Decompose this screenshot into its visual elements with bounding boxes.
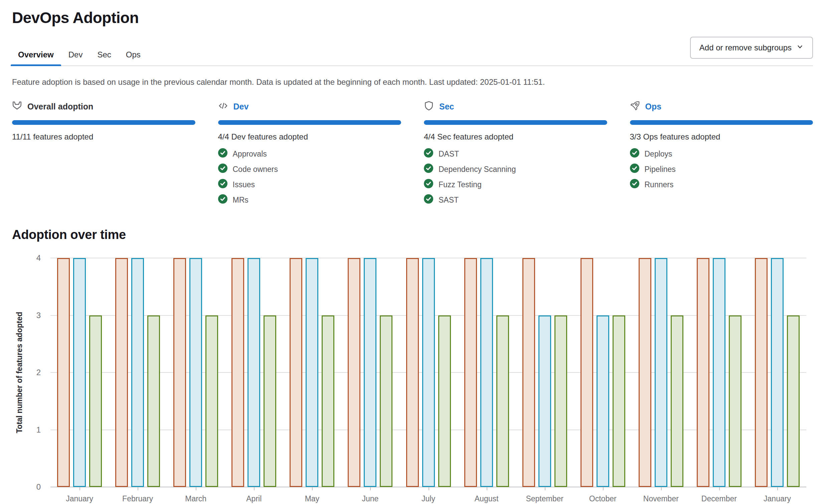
- sec-bar[interactable]: [73, 258, 86, 487]
- dev-bar[interactable]: [755, 258, 767, 487]
- ops-bar[interactable]: [322, 315, 334, 487]
- progress-bar-fill: [218, 120, 401, 125]
- sec-bar[interactable]: [771, 258, 783, 487]
- check-circle-icon: [218, 194, 227, 205]
- x-tick-label: August: [475, 494, 499, 503]
- ops-bar[interactable]: [729, 315, 742, 487]
- tab-overview[interactable]: Overview: [11, 44, 61, 65]
- dev-bar[interactable]: [406, 258, 419, 487]
- ops-bar[interactable]: [147, 315, 160, 487]
- x-tick-mark: [79, 487, 80, 490]
- bar-group-august-7: [458, 258, 516, 487]
- feature-label: Code owners: [233, 165, 278, 174]
- sec-bar[interactable]: [422, 258, 435, 487]
- progress-bar: [218, 120, 401, 125]
- feature-item: Code owners: [218, 164, 401, 175]
- ops-bar[interactable]: [206, 315, 218, 487]
- sec-bar[interactable]: [480, 258, 493, 487]
- dev-bar[interactable]: [581, 258, 593, 487]
- dev-bar[interactable]: [348, 258, 360, 487]
- sec-bar[interactable]: [538, 315, 551, 487]
- dev-bar[interactable]: [464, 258, 477, 487]
- y-tick-label: 1: [12, 425, 41, 435]
- bar-group-may-4: [283, 258, 341, 487]
- sec-bar[interactable]: [131, 258, 144, 487]
- x-axis-slot: February: [108, 487, 167, 503]
- sec-bar[interactable]: [364, 258, 376, 487]
- adoption-card-overall-adoption: Overall adoption11/11 features adopted: [12, 101, 196, 205]
- x-tick-label: March: [185, 494, 206, 503]
- bar-groups: [51, 258, 806, 487]
- x-axis: JanuaryFebruaryMarchAprilMayJuneJulyAugu…: [51, 487, 806, 503]
- progress-bar-fill: [630, 120, 813, 125]
- tab-ops[interactable]: Ops: [119, 44, 148, 65]
- x-tick-label: October: [589, 494, 617, 503]
- feature-item: DAST: [424, 148, 607, 160]
- feature-label: Pipelines: [645, 165, 676, 174]
- x-tick-mark: [777, 487, 778, 490]
- check-circle-icon: [424, 194, 433, 205]
- x-tick-mark: [312, 487, 313, 490]
- dev-bar[interactable]: [522, 258, 535, 487]
- card-title[interactable]: Ops: [645, 102, 662, 111]
- tab-dev[interactable]: Dev: [61, 44, 90, 65]
- description-text: Feature adoption is based on usage in th…: [12, 77, 813, 87]
- x-axis-slot: June: [341, 487, 399, 503]
- add-or-remove-subgroups-label: Add or remove subgroups: [699, 43, 792, 53]
- x-axis-slot: January: [51, 487, 108, 503]
- feature-item: Approvals: [218, 148, 401, 160]
- feature-label: Issues: [233, 180, 255, 189]
- feature-label: Approvals: [233, 150, 267, 159]
- feature-item: Issues: [218, 179, 401, 190]
- x-axis-slot: April: [225, 487, 283, 503]
- x-axis-slot: January: [748, 487, 806, 503]
- feature-label: MRs: [233, 195, 248, 204]
- card-subtitle: 4/4 Dev features adopted: [218, 132, 401, 142]
- sec-bar[interactable]: [190, 258, 202, 487]
- x-tick-mark: [603, 487, 604, 490]
- x-axis-slot: November: [632, 487, 690, 503]
- x-tick-mark: [196, 487, 197, 490]
- ops-bar[interactable]: [89, 315, 102, 487]
- code-icon: [218, 101, 228, 112]
- card-title[interactable]: Dev: [233, 102, 249, 111]
- rocket-icon: [630, 101, 640, 112]
- sec-bar[interactable]: [597, 315, 609, 487]
- chart-section-title: Adoption over time: [12, 228, 813, 242]
- card-title[interactable]: Sec: [439, 102, 454, 111]
- bar-group-january-12: [748, 258, 806, 487]
- adoption-cards: Overall adoption11/11 features adoptedDe…: [12, 101, 813, 205]
- ops-bar[interactable]: [613, 315, 625, 487]
- ops-bar[interactable]: [264, 315, 276, 487]
- ops-bar[interactable]: [496, 315, 509, 487]
- add-or-remove-subgroups-button[interactable]: Add or remove subgroups: [690, 37, 813, 59]
- tab-sec[interactable]: Sec: [90, 44, 118, 65]
- x-tick-label: April: [246, 494, 261, 503]
- ops-bar[interactable]: [671, 315, 683, 487]
- ops-bar[interactable]: [554, 315, 567, 487]
- dev-bar[interactable]: [115, 258, 128, 487]
- feature-list: DASTDependency ScanningFuzz TestingSAST: [424, 148, 607, 205]
- ops-bar[interactable]: [380, 315, 392, 487]
- dev-bar[interactable]: [57, 258, 70, 487]
- feature-item: Fuzz Testing: [424, 179, 607, 190]
- dev-bar[interactable]: [639, 258, 651, 487]
- bar-group-july-6: [399, 258, 457, 487]
- ops-bar[interactable]: [787, 315, 800, 487]
- bar-group-december-11: [690, 258, 748, 487]
- sec-bar[interactable]: [655, 258, 667, 487]
- progress-bar: [424, 120, 607, 125]
- x-tick-label: May: [305, 494, 319, 503]
- y-tick-label: 3: [12, 311, 41, 320]
- dev-bar[interactable]: [231, 258, 244, 487]
- feature-label: Fuzz Testing: [439, 180, 481, 189]
- sec-bar[interactable]: [247, 258, 260, 487]
- dev-bar[interactable]: [290, 258, 302, 487]
- dev-bar[interactable]: [173, 258, 186, 487]
- sec-bar[interactable]: [713, 258, 726, 487]
- y-tick-label: 4: [12, 253, 41, 263]
- check-circle-icon: [630, 179, 639, 190]
- sec-bar[interactable]: [306, 258, 318, 487]
- ops-bar[interactable]: [438, 315, 451, 487]
- dev-bar[interactable]: [697, 258, 709, 487]
